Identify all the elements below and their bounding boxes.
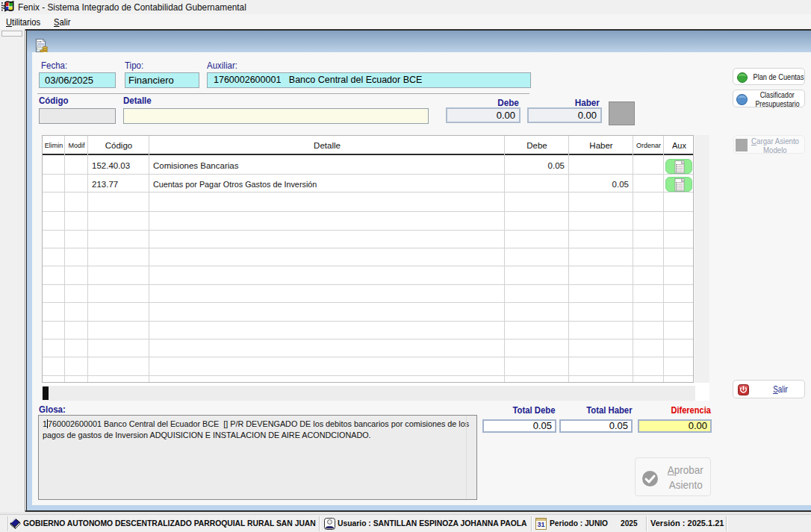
svg-text:31: 31 (537, 521, 544, 528)
